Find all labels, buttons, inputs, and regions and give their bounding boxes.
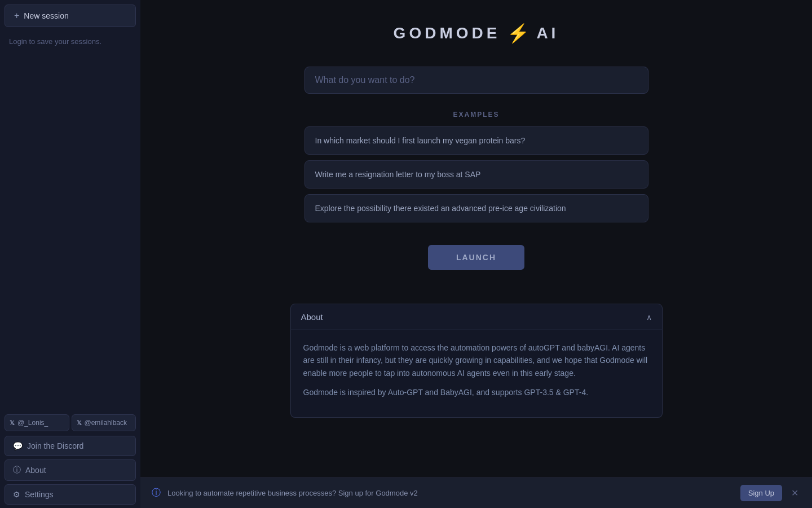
logo-text-right: AI bbox=[536, 24, 559, 42]
launch-button[interactable]: LAUNCH bbox=[428, 245, 524, 270]
example-card-3[interactable]: Explore the possibility there existed an… bbox=[304, 194, 648, 222]
sidebar-bottom: 𝕏 @_Lonis_ 𝕏 @emilahlback 💬 Join the Dis… bbox=[0, 412, 140, 508]
about-label: About bbox=[25, 466, 46, 475]
about-section: About ∧ Godmode is a web platform to acc… bbox=[290, 304, 663, 418]
input-container bbox=[304, 67, 648, 94]
example-card-1[interactable]: In which market should I first launch my… bbox=[304, 126, 648, 155]
lightning-icon: ⚡ bbox=[507, 23, 529, 44]
about-title: About bbox=[301, 312, 323, 322]
about-text-2: Godmode is inspired by Auto-GPT and Baby… bbox=[303, 386, 650, 398]
chevron-up-icon: ∧ bbox=[646, 313, 652, 322]
twitter-user1-label: @_Lonis_ bbox=[17, 419, 48, 427]
about-button[interactable]: ⓘ About bbox=[5, 459, 136, 481]
new-session-button[interactable]: + New session bbox=[5, 5, 136, 27]
main-input[interactable] bbox=[304, 67, 648, 94]
login-hint: Login to save your sessions. bbox=[0, 32, 140, 51]
about-text-1: Godmode is a web platform to access the … bbox=[303, 341, 650, 379]
close-notification-button[interactable]: ✕ bbox=[789, 485, 801, 501]
examples-label: EXAMPLES bbox=[304, 111, 648, 119]
twitter-icon-2: 𝕏 bbox=[77, 419, 82, 427]
info-icon: ⓘ bbox=[152, 487, 161, 499]
twitter-icon-1: 𝕏 bbox=[10, 419, 15, 427]
logo: GODMODE ⚡ AI bbox=[394, 23, 559, 44]
close-icon: ✕ bbox=[791, 488, 798, 498]
notification-text: Looking to automate repetitive business … bbox=[167, 489, 734, 497]
twitter-buttons: 𝕏 @_Lonis_ 𝕏 @emilahlback bbox=[0, 412, 140, 433]
notification-bar: ⓘ Looking to automate repetitive busines… bbox=[140, 478, 812, 508]
twitter-user1-button[interactable]: 𝕏 @_Lonis_ bbox=[5, 414, 69, 431]
about-content: Godmode is a web platform to access the … bbox=[290, 330, 663, 418]
about-header[interactable]: About ∧ bbox=[290, 304, 663, 330]
settings-button[interactable]: ⚙ Settings bbox=[5, 484, 136, 505]
plus-icon: + bbox=[14, 11, 19, 21]
about-icon: ⓘ bbox=[13, 465, 21, 475]
signup-button[interactable]: Sign Up bbox=[740, 485, 782, 501]
discord-label: Join the Discord bbox=[27, 441, 83, 450]
twitter-user2-button[interactable]: 𝕏 @emilahlback bbox=[72, 414, 136, 431]
logo-text-left: GODMODE bbox=[394, 24, 501, 42]
example-card-2[interactable]: Write me a resignation letter to my boss… bbox=[304, 160, 648, 189]
main-content: GODMODE ⚡ AI EXAMPLES In which market sh… bbox=[140, 0, 812, 508]
examples-section: EXAMPLES In which market should I first … bbox=[304, 111, 648, 228]
discord-button[interactable]: 💬 Join the Discord bbox=[5, 436, 136, 456]
settings-label: Settings bbox=[25, 490, 54, 499]
settings-icon: ⚙ bbox=[13, 490, 20, 499]
sidebar: + New session Login to save your session… bbox=[0, 0, 140, 508]
twitter-user2-label: @emilahlback bbox=[85, 419, 127, 427]
discord-icon: 💬 bbox=[13, 441, 23, 450]
